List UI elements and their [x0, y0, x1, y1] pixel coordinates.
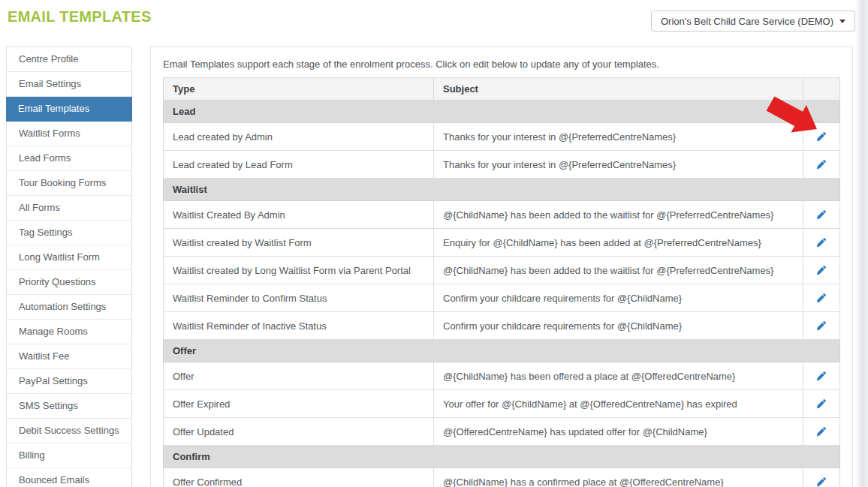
- sidebar-item-label: Tour Booking Forms: [19, 177, 106, 188]
- sidebar-item-label: Tag Settings: [19, 227, 73, 238]
- sidebar-item-label: Long Waitlist Form: [19, 251, 100, 263]
- edit-button[interactable]: [812, 156, 831, 173]
- sidebar-item-label: Waitlist Forms: [19, 128, 80, 139]
- sidebar-item-label: PayPal Settings: [19, 375, 88, 386]
- table-row: Offer Confirmed @{ChildName} has a confi…: [164, 468, 840, 487]
- table-row: Offer @{ChildName} has been offered a pl…: [164, 362, 840, 390]
- edit-button[interactable]: [812, 290, 831, 306]
- table-row: Offer Updated @{OfferedCentreName} has u…: [164, 418, 840, 446]
- edit-button[interactable]: [812, 262, 831, 278]
- sidebar-item-automation-settings[interactable]: Automation Settings: [7, 295, 131, 320]
- edit-button[interactable]: [812, 368, 831, 384]
- sidebar-item-priority-questions[interactable]: Priority Questions: [7, 270, 131, 295]
- edit-cell: [803, 201, 840, 229]
- edit-cell: [803, 123, 840, 151]
- edit-cell: [803, 362, 840, 390]
- edit-button[interactable]: [812, 128, 831, 145]
- sidebar-item-paypal-settings[interactable]: PayPal Settings: [7, 369, 131, 394]
- edit-cell: [803, 151, 840, 179]
- centre-selector-dropdown[interactable]: Orion's Belt Child Care Service (DEMO): [651, 11, 855, 32]
- edit-cell: [803, 468, 840, 487]
- subject-cell: Your offer for @{ChildName} at @{Offered…: [434, 390, 803, 418]
- sidebar-item-long-waitlist-form[interactable]: Long Waitlist Form: [7, 245, 131, 270]
- type-cell: Lead created by Lead Form: [164, 151, 434, 179]
- pencil-icon: [816, 131, 827, 142]
- pencil-icon: [816, 371, 827, 381]
- sidebar-item-email-templates[interactable]: Email Templates: [6, 97, 132, 122]
- sidebar-item-waitlist-fee[interactable]: Waitlist Fee: [7, 344, 131, 369]
- subject-cell: Thanks for your interest in @{PreferredC…: [434, 151, 803, 179]
- settings-sidebar: Centre ProfileEmail SettingsEmail Templa…: [6, 47, 132, 487]
- edit-cell: [803, 284, 840, 312]
- sidebar-item-label: All Forms: [19, 202, 60, 213]
- type-cell: Lead created by Admin: [164, 123, 434, 151]
- sidebar-item-label: Bounced Emails: [19, 474, 89, 485]
- pencil-icon: [816, 237, 827, 248]
- edit-button[interactable]: [812, 206, 831, 223]
- subject-cell: Thanks for your interest in @{PreferredC…: [434, 123, 803, 151]
- sidebar-item-label: Automation Settings: [19, 301, 106, 312]
- type-cell: Waitlist Reminder to Confirm Status: [164, 284, 434, 312]
- pencil-icon: [816, 293, 827, 303]
- sidebar-item-waitlist-forms[interactable]: Waitlist Forms: [7, 122, 131, 146]
- pencil-icon: [816, 320, 827, 331]
- email-templates-table: Type Subject Lead Lead created by Admin …: [163, 77, 840, 487]
- table-row: Waitlist created by Waitlist Form Enquir…: [164, 229, 840, 257]
- subject-cell: @{ChildName} has a confirmed place at @{…: [434, 468, 803, 487]
- section-name: Waitlist: [164, 179, 840, 201]
- section-header-row-waitlist: Waitlist: [164, 179, 840, 201]
- table-row: Lead created by Admin Thanks for your in…: [164, 123, 840, 151]
- sidebar-item-label: Email Settings: [19, 78, 81, 89]
- edit-cell: [803, 390, 840, 418]
- sidebar-item-email-settings[interactable]: Email Settings: [7, 72, 131, 97]
- table-header-row: Type Subject: [164, 78, 840, 101]
- sidebar-item-tour-booking-forms[interactable]: Tour Booking Forms: [7, 171, 131, 196]
- type-cell: Offer Expired: [164, 390, 434, 418]
- sidebar-item-centre-profile[interactable]: Centre Profile: [7, 47, 131, 72]
- edit-button[interactable]: [812, 423, 831, 440]
- sidebar-item-label: Debit Success Settings: [19, 425, 119, 436]
- sidebar-item-label: Centre Profile: [19, 53, 78, 65]
- edit-cell: [803, 229, 840, 257]
- edit-button[interactable]: [812, 473, 831, 487]
- right-edge-shading: [855, 0, 868, 487]
- subject-cell: @{ChildName} has been offered a place at…: [434, 362, 803, 390]
- sidebar-item-lead-forms[interactable]: Lead Forms: [7, 146, 131, 171]
- edit-button[interactable]: [812, 317, 831, 334]
- sidebar-item-label: Priority Questions: [19, 276, 96, 287]
- sidebar-item-sms-settings[interactable]: SMS Settings: [7, 394, 131, 419]
- sidebar-item-tag-settings[interactable]: Tag Settings: [7, 221, 131, 245]
- sidebar-item-billing[interactable]: Billing: [7, 443, 131, 468]
- sidebar-item-label: Lead Forms: [19, 152, 71, 164]
- edit-cell: [803, 312, 840, 340]
- table-row: Waitlist created by Long Waitlist Form v…: [164, 257, 840, 284]
- sidebar-item-manage-rooms[interactable]: Manage Rooms: [7, 320, 131, 344]
- table-row: Waitlist Reminder to Confirm Status Conf…: [164, 284, 840, 312]
- table-body: Lead Lead created by Admin Thanks for yo…: [164, 101, 840, 487]
- sidebar-item-debit-success-settings[interactable]: Debit Success Settings: [7, 419, 131, 443]
- table-row: Waitlist Created By Admin @{ChildName} h…: [164, 201, 840, 229]
- section-name: Confirm: [164, 446, 840, 468]
- centre-selector-label: Orion's Belt Child Care Service (DEMO): [661, 16, 833, 27]
- subject-cell: Confirm your childcare requirements for …: [434, 312, 803, 340]
- pencil-icon: [816, 209, 827, 220]
- table-row: Lead created by Lead Form Thanks for you…: [164, 151, 840, 179]
- section-header-row-lead: Lead: [164, 101, 840, 123]
- subject-cell: @{OfferedCentreName} has updated offer f…: [434, 418, 803, 446]
- sidebar-item-label: Billing: [19, 449, 45, 461]
- edit-cell: [803, 257, 840, 284]
- pencil-icon: [816, 398, 827, 409]
- subject-cell: Confirm your childcare requirements for …: [434, 284, 803, 312]
- sidebar-item-label: Email Templates: [18, 103, 89, 114]
- pencil-icon: [816, 426, 827, 437]
- table-row: Waitlist Reminder of Inactive Status Con…: [164, 312, 840, 340]
- type-cell: Waitlist created by Waitlist Form: [164, 229, 434, 257]
- sidebar-item-label: SMS Settings: [19, 400, 78, 411]
- section-header-row-offer: Offer: [164, 340, 840, 362]
- type-cell: Waitlist Reminder of Inactive Status: [164, 312, 434, 340]
- edit-button[interactable]: [812, 234, 831, 251]
- edit-button[interactable]: [812, 395, 831, 412]
- column-header-subject: Subject: [434, 78, 803, 101]
- sidebar-item-all-forms[interactable]: All Forms: [7, 196, 131, 221]
- sidebar-item-bounced-emails[interactable]: Bounced Emails: [7, 468, 131, 487]
